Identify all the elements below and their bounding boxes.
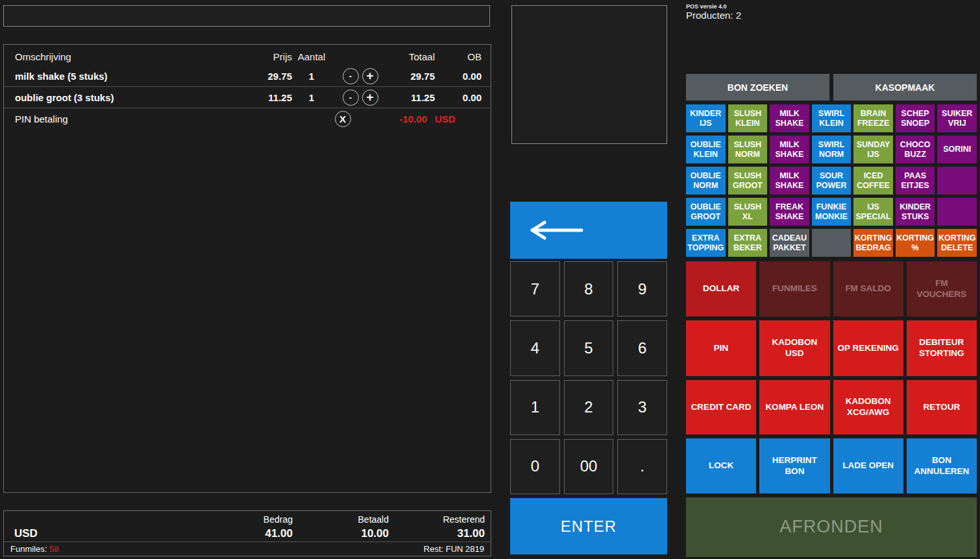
product-button-korting[interactable]: KORTING %	[896, 229, 935, 257]
backspace-button[interactable]	[510, 202, 667, 259]
product-button-milk-shake[interactable]: MILK SHAKE	[770, 104, 809, 132]
header-total: Totaal	[389, 51, 435, 62]
remove-payment-button[interactable]: X	[335, 111, 351, 127]
product-button-swirl-klein[interactable]: SWIRL KLEIN	[812, 104, 851, 132]
payment-button-fm-saldo[interactable]: FM SALDO	[833, 261, 903, 316]
numpad-key-7[interactable]: 7	[510, 261, 560, 316]
item-total: 11.25	[389, 92, 435, 103]
total-remaining: 31.00	[389, 527, 491, 540]
numpad-key-4[interactable]: 4	[510, 320, 560, 375]
product-button-choco-buzz[interactable]: CHOCO BUZZ	[896, 136, 935, 163]
numpad-key-0[interactable]: 0	[510, 439, 560, 494]
increase-quantity-button[interactable]: +	[362, 89, 378, 106]
decrease-quantity-button[interactable]: -	[343, 68, 359, 84]
total-paid: 10.00	[293, 527, 389, 540]
product-button-paas-eitjes[interactable]: PAAS EITJES	[896, 167, 935, 195]
numpad-key-empty[interactable]: .	[617, 439, 667, 494]
item-description: oublie groot (3 stuks)	[4, 92, 234, 103]
product-button-iced-coffee[interactable]: ICED COFFEE	[853, 167, 893, 195]
product-button-swirl-norm[interactable]: SWIRL NORM	[812, 136, 851, 163]
receipt-header-row: Omschrijving Prijs Aantal Totaal OB	[4, 47, 491, 65]
label-resterend: Resterend	[389, 514, 491, 525]
item-quantity: 1	[292, 92, 331, 103]
receipt-panel: Omschrijving Prijs Aantal Totaal OB milk…	[3, 44, 491, 493]
funmiles-status: Funmiles: 58	[10, 544, 58, 554]
numpad-key-3[interactable]: 3	[617, 380, 667, 435]
payment-button-kompa-leon[interactable]: KOMPA LEON	[759, 380, 829, 434]
increase-quantity-button[interactable]: +	[362, 68, 378, 84]
header-quantity: Aantal	[292, 51, 331, 62]
product-button-empty[interactable]	[812, 229, 851, 257]
product-button-slush-klein[interactable]: SLUSH KLEIN	[728, 104, 768, 132]
product-button-sunday-ijs[interactable]: SUNDAY IJS	[853, 136, 893, 163]
header-description: Omschrijving	[4, 51, 234, 62]
product-button-slush-xl[interactable]: SLUSH XL	[728, 198, 768, 226]
payment-button-kadobon-usd[interactable]: KADOBON USD	[759, 320, 829, 376]
receipt-item-row: milk shake (5 stuks) 29.75 1 - + 29.75 0…	[4, 65, 491, 87]
product-button-milk-shake[interactable]: MILK SHAKE	[770, 167, 809, 195]
payment-button-herprint-bon[interactable]: HERPRINT BON	[759, 438, 829, 494]
payment-button-lock[interactable]: LOCK	[686, 438, 756, 494]
product-button-oublie-klein[interactable]: OUBLIE KLEIN	[686, 136, 726, 163]
payment-button-dollar[interactable]: DOLLAR	[686, 261, 756, 316]
numpad-key-6[interactable]: 6	[617, 320, 667, 375]
numpad-key-9[interactable]: 9	[617, 261, 667, 316]
receipt-payment-row: PIN betaling X -10.00 USD	[4, 108, 491, 129]
numpad-key-8[interactable]: 8	[564, 261, 614, 316]
product-button-suiker-vrij[interactable]: SUIKER VRIJ	[937, 104, 977, 132]
payment-button-op-rekening[interactable]: OP REKENING	[833, 320, 903, 376]
product-button-korting-bedrag[interactable]: KORTING BEDRAG	[853, 229, 893, 257]
decrease-quantity-button[interactable]: -	[343, 89, 359, 106]
currency-label: USD	[4, 527, 195, 540]
numpad-key-1[interactable]: 1	[510, 380, 560, 435]
afronden-afronden[interactable]: AFRONDEN	[686, 497, 977, 557]
product-button-cadeau-pakket[interactable]: CADEAU PAKKET	[770, 229, 809, 257]
product-button-milk-shake[interactable]: MILK SHAKE	[770, 136, 809, 163]
numpad-key-00[interactable]: 00	[564, 439, 614, 494]
bon-zoeken-button[interactable]: BON ZOEKEN	[686, 74, 829, 101]
payment-button-funmiles[interactable]: FUNMILES	[759, 261, 829, 316]
product-button-slush-norm[interactable]: SLUSH NORM	[728, 136, 768, 163]
total-amount: 41.00	[195, 527, 293, 540]
payment-amount: -10.00	[382, 113, 427, 125]
header-tax: OB	[435, 51, 491, 62]
label-bedrag: Bedrag	[195, 514, 293, 525]
product-button-empty[interactable]	[937, 167, 977, 195]
payment-button-fm-vouchers[interactable]: FM VOUCHERS	[907, 261, 977, 316]
product-button-oublie-groot[interactable]: OUBLIE GROOT	[686, 198, 726, 226]
product-button-korting-delete[interactable]: KORTING DELETE	[937, 229, 977, 257]
payment-button-pin[interactable]: PIN	[686, 320, 756, 376]
product-button-schep-snoep[interactable]: SCHEP SNOEP	[896, 104, 935, 132]
product-button-kinder-stuks[interactable]: KINDER STUKS	[896, 198, 935, 226]
scan-input[interactable]	[3, 5, 490, 27]
payment-grid: DOLLARFUNMILESFM SALDOFM VOUCHERSPINKADO…	[686, 261, 977, 557]
left-arrow-icon	[527, 219, 587, 242]
enter-button[interactable]: ENTER	[510, 498, 667, 554]
product-button-extra-beker[interactable]: EXTRA BEKER	[728, 229, 768, 257]
product-button-slush-groot[interactable]: SLUSH GROOT	[728, 167, 768, 195]
payment-button-lade-open[interactable]: LADE OPEN	[833, 438, 903, 494]
numpad-key-5[interactable]: 5	[564, 320, 614, 375]
pos-header: POS versie 4.0 Producten: 2	[686, 4, 741, 21]
payment-button-bon-annuleren[interactable]: BON ANNULEREN	[907, 438, 977, 494]
product-button-kinder-ijs[interactable]: KINDER IJS	[686, 104, 726, 132]
item-total: 29.75	[389, 71, 435, 82]
payment-button-retour[interactable]: RETOUR	[907, 380, 977, 434]
product-button-sour-power[interactable]: SOUR POWER	[812, 167, 851, 195]
payment-button-credit-card[interactable]: CREDIT CARD	[686, 380, 756, 434]
numpad-key-2[interactable]: 2	[564, 380, 614, 435]
product-button-ijs-special[interactable]: IJS SPECIAL	[853, 198, 893, 226]
header-price: Prijs	[234, 51, 292, 62]
product-button-oublie-norm[interactable]: OUBLIE NORM	[686, 167, 726, 195]
product-button-freak-shake[interactable]: FREAK SHAKE	[770, 198, 809, 226]
product-button-extra-topping[interactable]: EXTRA TOPPING	[686, 229, 726, 257]
product-button-brain-freeze[interactable]: BRAIN FREEZE	[853, 104, 893, 132]
kasopmaak-button[interactable]: KASOPMAAK	[833, 74, 977, 101]
payment-button-kadobon-xcg-awg[interactable]: KADOBON XCG/AWG	[833, 380, 903, 434]
label-betaald: Betaald	[293, 514, 389, 525]
product-button-empty[interactable]	[937, 198, 977, 226]
product-button-funkie-monkie[interactable]: FUNKIE MONKIE	[812, 198, 851, 226]
payment-button-debiteur-storting[interactable]: DEBITEUR STORTING	[907, 320, 977, 376]
product-button-sorini[interactable]: SORINI	[937, 136, 977, 163]
item-tax: 0.00	[435, 71, 491, 82]
